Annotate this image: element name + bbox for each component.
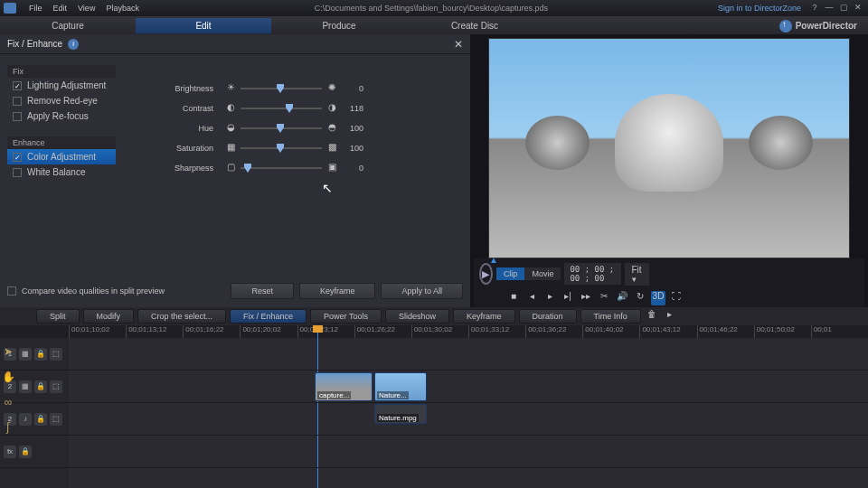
help-icon[interactable]: ?: [808, 3, 821, 14]
tool-split[interactable]: Split: [36, 309, 80, 324]
tool-hand-icon[interactable]: ✋: [1, 371, 15, 392]
app-icon: [4, 3, 16, 14]
timeline-ruler[interactable]: 00;01;10;0200;01;13;1200;01;16;2200;01;2…: [0, 325, 868, 338]
next-frame-button[interactable]: ▸|: [561, 291, 575, 305]
clip-item[interactable]: Nature...: [374, 372, 427, 401]
checkbox-icon[interactable]: [13, 81, 22, 90]
mode-edit[interactable]: Edit: [136, 18, 271, 33]
in-marker-icon[interactable]: ▲: [489, 255, 498, 265]
checkbox-icon[interactable]: [13, 168, 22, 177]
checkbox-icon[interactable]: [13, 97, 22, 106]
window-title: C:\Documents and Settings\fabien_bourcy\…: [145, 4, 718, 13]
tool-cut-icon[interactable]: ʃ: [1, 421, 15, 443]
tool-timeinfo[interactable]: Time Info: [580, 309, 641, 324]
slider-track[interactable]: [241, 88, 322, 89]
slider-thumb[interactable]: [277, 84, 284, 93]
fast-fwd-button[interactable]: ▸▸: [579, 291, 593, 305]
menu-file[interactable]: File: [24, 4, 48, 13]
reset-button[interactable]: Reset: [231, 283, 294, 299]
slider-thumb[interactable]: [286, 104, 293, 113]
fix-refocus[interactable]: Apply Re-focus: [7, 108, 116, 124]
tool-crop[interactable]: Crop the select...: [137, 309, 226, 324]
loop-button[interactable]: ↻: [633, 291, 647, 305]
slider-brightness: Brightness☀✺0: [170, 80, 454, 98]
slider-track[interactable]: [241, 108, 322, 109]
compare-label: Compare video qualities in split preview: [22, 286, 225, 296]
play2-button[interactable]: ▸: [542, 291, 557, 305]
checkbox-icon[interactable]: [13, 153, 22, 162]
slider-max-icon: ▣: [326, 162, 338, 174]
trash-icon[interactable]: 🗑: [645, 309, 659, 324]
maximize-icon[interactable]: ▢: [837, 3, 850, 14]
ruler-tick: 00;01;46;22: [697, 325, 754, 338]
enhance-white-balance[interactable]: White Balance: [7, 164, 116, 180]
slider-thumb[interactable]: [277, 124, 284, 133]
close-icon[interactable]: ✕: [852, 3, 864, 14]
slider-value: 0: [338, 164, 363, 173]
tool-link-icon[interactable]: ∞: [1, 396, 15, 418]
slider-track[interactable]: [241, 167, 322, 169]
slider-value: 0: [338, 84, 363, 93]
clip-audio-item[interactable]: Nature.mpg: [374, 404, 427, 424]
tool-pointer-icon[interactable]: ➤: [1, 345, 15, 367]
preview-content: [749, 116, 814, 171]
track-row[interactable]: capture... Nature...: [69, 371, 868, 403]
fullscreen-button[interactable]: ⛶: [669, 291, 684, 305]
ruler-tick: 00;01;33;12: [468, 325, 525, 338]
zoom-fit-select[interactable]: Fit ▾: [625, 263, 649, 286]
slider-group: Brightness☀✺0Contrast◐◑118Hue◒◓100Satura…: [116, 61, 463, 267]
mode-movie[interactable]: Movie: [524, 267, 561, 280]
stop-button[interactable]: ■: [506, 291, 521, 305]
menu-playback[interactable]: Playback: [100, 4, 145, 13]
track-row[interactable]: [69, 436, 868, 468]
slider-label: Sharpness: [170, 164, 224, 173]
slider-label: Hue: [170, 124, 224, 133]
fix-redeye[interactable]: Remove Red-eye: [7, 93, 116, 108]
track-row[interactable]: Nature.mpg: [69, 403, 868, 436]
slider-min-icon: ◒: [224, 122, 237, 135]
menu-edit[interactable]: Edit: [48, 4, 73, 13]
preview-viewport[interactable]: ▲: [488, 38, 850, 258]
fix-lighting[interactable]: Lighting Adjustment: [7, 78, 116, 93]
tool-power[interactable]: Power Tools: [310, 309, 382, 324]
slider-track[interactable]: [241, 127, 322, 129]
tool-slideshow[interactable]: Slideshow: [385, 309, 449, 324]
snapshot-button[interactable]: ✂: [597, 291, 611, 305]
timecode-display: 00 ; 00 ; 00 ; 00: [564, 263, 620, 285]
tool-keyframe[interactable]: Keyframe: [453, 309, 515, 324]
track-row[interactable]: [69, 338, 868, 371]
keyframe-button[interactable]: Keyframe: [299, 283, 376, 299]
compare-checkbox[interactable]: [7, 286, 16, 296]
slider-track[interactable]: [241, 147, 322, 149]
ruler-tick: 00;01;10;02: [69, 325, 126, 338]
ruler-tick: 00;01;43;12: [639, 325, 696, 338]
tool-duration[interactable]: Duration: [519, 309, 577, 324]
prev-frame-button[interactable]: ◂: [524, 291, 539, 305]
minimize-icon[interactable]: —: [823, 3, 835, 14]
info-icon[interactable]: i: [68, 39, 79, 50]
slider-contrast: Contrast◐◑118: [170, 99, 454, 117]
slider-thumb[interactable]: [244, 164, 251, 173]
mode-capture[interactable]: Capture: [0, 18, 136, 33]
slider-min-icon: ▦: [224, 142, 237, 155]
tool-fix-enhance[interactable]: Fix / Enhance: [230, 309, 307, 324]
mode-create-disc[interactable]: Create Disc: [407, 18, 542, 33]
more-icon[interactable]: ▸: [663, 309, 677, 324]
panel-close-icon[interactable]: ✕: [454, 38, 463, 51]
slider-thumb[interactable]: [277, 144, 284, 153]
tool-modify[interactable]: Modify: [83, 309, 135, 324]
clip-item[interactable]: capture...: [315, 372, 373, 401]
ruler-tick: 00;01;40;02: [582, 325, 639, 338]
mode-produce[interactable]: Produce: [271, 18, 407, 33]
volume-button[interactable]: 🔊: [615, 291, 629, 305]
menu-view[interactable]: View: [72, 4, 100, 13]
ruler-tick: 00;01: [811, 325, 868, 338]
enhance-color-adjust[interactable]: Color Adjustment: [7, 149, 116, 164]
apply-all-button[interactable]: Apply to All: [381, 283, 463, 299]
checkbox-icon[interactable]: [13, 112, 22, 121]
3d-button[interactable]: 3D: [651, 291, 665, 305]
slider-max-icon: ◓: [326, 122, 338, 135]
signin-link[interactable]: Sign in to DirectorZone: [718, 4, 801, 13]
play-button[interactable]: ▶: [479, 263, 493, 285]
mode-clip[interactable]: Clip: [496, 267, 525, 280]
